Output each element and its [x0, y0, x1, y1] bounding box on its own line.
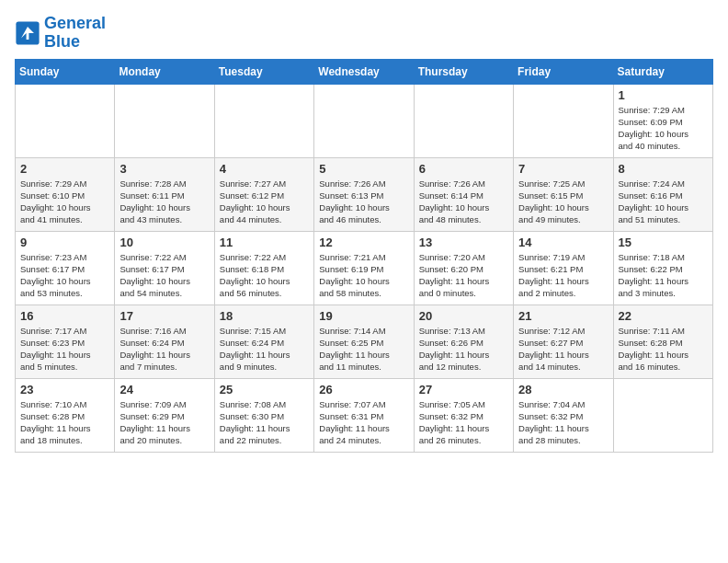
- day-number: 6: [419, 162, 508, 176]
- day-info: Sunrise: 7:08 AM Sunset: 6:30 PM Dayligh…: [220, 398, 309, 447]
- weekday-header: Sunday: [16, 59, 115, 84]
- day-info: Sunrise: 7:15 AM Sunset: 6:24 PM Dayligh…: [220, 325, 309, 373]
- day-number: 14: [518, 236, 608, 249]
- day-cell: 17Sunrise: 7:16 AM Sunset: 6:24 PM Dayli…: [115, 304, 214, 378]
- day-cell: [16, 84, 115, 157]
- day-cell: [314, 84, 414, 157]
- day-number: 19: [319, 309, 408, 323]
- day-cell: 14Sunrise: 7:19 AM Sunset: 6:21 PM Dayli…: [514, 231, 613, 304]
- day-cell: 9Sunrise: 7:23 AM Sunset: 6:17 PM Daylig…: [16, 231, 115, 304]
- day-info: Sunrise: 7:29 AM Sunset: 6:10 PM Dayligh…: [20, 178, 109, 226]
- day-cell: 5Sunrise: 7:26 AM Sunset: 6:13 PM Daylig…: [314, 157, 414, 231]
- day-cell: 4Sunrise: 7:27 AM Sunset: 6:12 PM Daylig…: [214, 157, 313, 231]
- day-info: Sunrise: 7:26 AM Sunset: 6:14 PM Dayligh…: [419, 178, 508, 226]
- day-cell: 7Sunrise: 7:25 AM Sunset: 6:15 PM Daylig…: [514, 157, 613, 231]
- day-info: Sunrise: 7:19 AM Sunset: 6:21 PM Dayligh…: [518, 251, 608, 300]
- day-number: 17: [119, 309, 209, 323]
- day-cell: 22Sunrise: 7:11 AM Sunset: 6:28 PM Dayli…: [613, 304, 712, 378]
- day-number: 22: [619, 309, 708, 323]
- day-cell: 21Sunrise: 7:12 AM Sunset: 6:27 PM Dayli…: [514, 304, 613, 378]
- day-number: 12: [319, 236, 408, 249]
- calendar-table: SundayMondayTuesdayWednesdayThursdayFrid…: [15, 59, 713, 453]
- day-info: Sunrise: 7:17 AM Sunset: 6:23 PM Dayligh…: [20, 325, 109, 373]
- day-cell: 15Sunrise: 7:18 AM Sunset: 6:22 PM Dayli…: [613, 231, 712, 304]
- day-cell: [414, 84, 513, 157]
- weekday-header: Monday: [115, 59, 214, 84]
- day-info: Sunrise: 7:11 AM Sunset: 6:28 PM Dayligh…: [619, 325, 708, 373]
- day-info: Sunrise: 7:25 AM Sunset: 6:15 PM Dayligh…: [518, 178, 608, 226]
- day-number: 25: [220, 383, 309, 396]
- day-cell: 25Sunrise: 7:08 AM Sunset: 6:30 PM Dayli…: [214, 378, 313, 452]
- day-cell: 10Sunrise: 7:22 AM Sunset: 6:17 PM Dayli…: [115, 231, 214, 304]
- day-cell: 2Sunrise: 7:29 AM Sunset: 6:10 PM Daylig…: [16, 157, 115, 231]
- day-cell: 23Sunrise: 7:10 AM Sunset: 6:28 PM Dayli…: [16, 378, 115, 452]
- day-number: 26: [319, 383, 408, 396]
- day-number: 3: [119, 162, 209, 176]
- day-cell: 28Sunrise: 7:04 AM Sunset: 6:32 PM Dayli…: [514, 378, 613, 452]
- day-number: 15: [619, 236, 708, 249]
- day-number: 20: [419, 309, 508, 323]
- logo-text: General Blue: [44, 15, 106, 52]
- day-cell: [214, 84, 313, 157]
- logo: General Blue: [15, 15, 106, 52]
- day-number: 16: [20, 309, 109, 323]
- day-cell: 6Sunrise: 7:26 AM Sunset: 6:14 PM Daylig…: [414, 157, 513, 231]
- day-cell: [514, 84, 613, 157]
- weekday-header: Friday: [514, 59, 613, 84]
- day-number: 8: [619, 162, 708, 176]
- day-info: Sunrise: 7:22 AM Sunset: 6:17 PM Dayligh…: [119, 251, 209, 300]
- day-info: Sunrise: 7:27 AM Sunset: 6:12 PM Dayligh…: [220, 178, 309, 226]
- day-info: Sunrise: 7:10 AM Sunset: 6:28 PM Dayligh…: [20, 398, 109, 447]
- week-row: 2Sunrise: 7:29 AM Sunset: 6:10 PM Daylig…: [16, 157, 713, 231]
- day-info: Sunrise: 7:24 AM Sunset: 6:16 PM Dayligh…: [619, 178, 708, 226]
- day-cell: 27Sunrise: 7:05 AM Sunset: 6:32 PM Dayli…: [414, 378, 513, 452]
- day-number: 10: [119, 236, 209, 249]
- day-number: 4: [220, 162, 309, 176]
- week-row: 1Sunrise: 7:29 AM Sunset: 6:09 PM Daylig…: [16, 84, 713, 157]
- day-number: 24: [119, 383, 209, 396]
- day-info: Sunrise: 7:14 AM Sunset: 6:25 PM Dayligh…: [319, 325, 408, 373]
- day-info: Sunrise: 7:18 AM Sunset: 6:22 PM Dayligh…: [619, 251, 708, 300]
- day-cell: 13Sunrise: 7:20 AM Sunset: 6:20 PM Dayli…: [414, 231, 513, 304]
- day-cell: 26Sunrise: 7:07 AM Sunset: 6:31 PM Dayli…: [314, 378, 414, 452]
- day-cell: 1Sunrise: 7:29 AM Sunset: 6:09 PM Daylig…: [613, 84, 712, 157]
- week-row: 16Sunrise: 7:17 AM Sunset: 6:23 PM Dayli…: [16, 304, 713, 378]
- day-number: 2: [20, 162, 109, 176]
- day-number: 5: [319, 162, 408, 176]
- day-info: Sunrise: 7:16 AM Sunset: 6:24 PM Dayligh…: [119, 325, 209, 373]
- week-row: 23Sunrise: 7:10 AM Sunset: 6:28 PM Dayli…: [16, 378, 713, 452]
- day-cell: 16Sunrise: 7:17 AM Sunset: 6:23 PM Dayli…: [16, 304, 115, 378]
- day-info: Sunrise: 7:04 AM Sunset: 6:32 PM Dayligh…: [518, 398, 608, 447]
- day-number: 28: [518, 383, 608, 396]
- day-info: Sunrise: 7:29 AM Sunset: 6:09 PM Dayligh…: [619, 104, 708, 153]
- day-cell: 8Sunrise: 7:24 AM Sunset: 6:16 PM Daylig…: [613, 157, 712, 231]
- day-info: Sunrise: 7:12 AM Sunset: 6:27 PM Dayligh…: [518, 325, 608, 373]
- day-info: Sunrise: 7:13 AM Sunset: 6:26 PM Dayligh…: [419, 325, 508, 373]
- day-cell: 18Sunrise: 7:15 AM Sunset: 6:24 PM Dayli…: [214, 304, 313, 378]
- day-number: 11: [220, 236, 309, 249]
- day-cell: 12Sunrise: 7:21 AM Sunset: 6:19 PM Dayli…: [314, 231, 414, 304]
- day-number: 1: [619, 88, 708, 102]
- day-info: Sunrise: 7:07 AM Sunset: 6:31 PM Dayligh…: [319, 398, 408, 447]
- day-number: 13: [419, 236, 508, 249]
- day-info: Sunrise: 7:21 AM Sunset: 6:19 PM Dayligh…: [319, 251, 408, 300]
- day-info: Sunrise: 7:20 AM Sunset: 6:20 PM Dayligh…: [419, 251, 508, 300]
- day-cell: 3Sunrise: 7:28 AM Sunset: 6:11 PM Daylig…: [115, 157, 214, 231]
- day-info: Sunrise: 7:09 AM Sunset: 6:29 PM Dayligh…: [119, 398, 209, 447]
- day-cell: 11Sunrise: 7:22 AM Sunset: 6:18 PM Dayli…: [214, 231, 313, 304]
- day-number: 23: [20, 383, 109, 396]
- day-number: 21: [518, 309, 608, 323]
- day-info: Sunrise: 7:26 AM Sunset: 6:13 PM Dayligh…: [319, 178, 408, 226]
- day-number: 7: [518, 162, 608, 176]
- day-info: Sunrise: 7:23 AM Sunset: 6:17 PM Dayligh…: [20, 251, 109, 300]
- day-number: 9: [20, 236, 109, 249]
- weekday-header: Thursday: [414, 59, 513, 84]
- day-number: 27: [419, 383, 508, 396]
- logo-icon: [15, 20, 40, 46]
- day-info: Sunrise: 7:22 AM Sunset: 6:18 PM Dayligh…: [220, 251, 309, 300]
- day-number: 18: [220, 309, 309, 323]
- day-info: Sunrise: 7:28 AM Sunset: 6:11 PM Dayligh…: [119, 178, 209, 226]
- header-row: SundayMondayTuesdayWednesdayThursdayFrid…: [16, 59, 713, 84]
- header: General Blue: [15, 15, 713, 52]
- day-cell: [613, 378, 712, 452]
